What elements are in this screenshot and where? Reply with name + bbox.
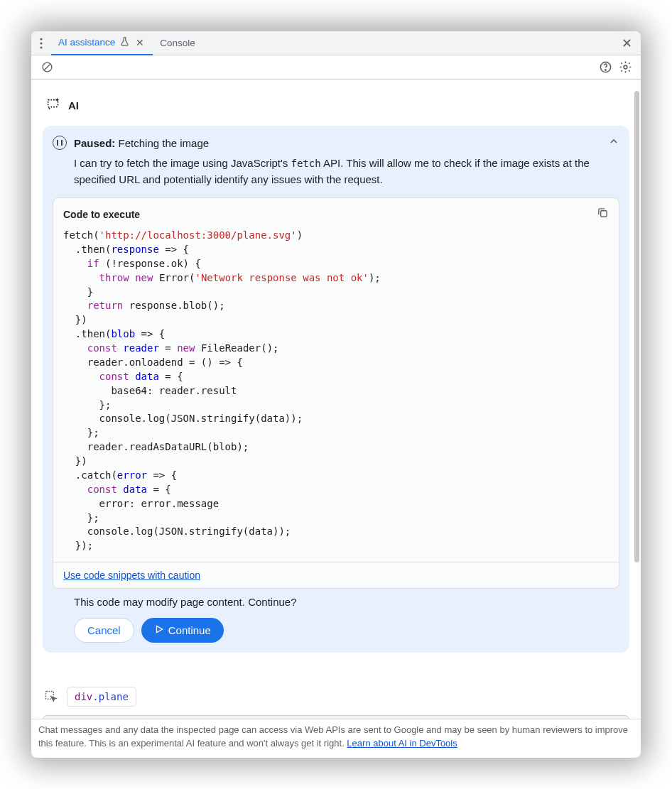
svg-marker-9 <box>156 626 162 632</box>
main-content: AI Paused: Fetching the image I can try … <box>31 80 641 719</box>
tab-ai-assistance[interactable]: AI assistance ✕ <box>51 31 153 55</box>
close-panel-button[interactable]: ✕ <box>617 31 636 55</box>
tab-console[interactable]: Console <box>153 31 202 55</box>
tab-label: AI assistance <box>58 37 115 48</box>
code-card: Code to execute fetch('http://localhost:… <box>53 197 619 589</box>
footer: Chat messages and any data the inspected… <box>31 719 641 758</box>
ai-label: AI <box>68 99 79 111</box>
code-card-title: Code to execute <box>63 209 140 220</box>
flask-icon <box>119 36 130 49</box>
ai-chat-icon <box>45 97 61 114</box>
copy-icon[interactable] <box>597 207 609 222</box>
more-menu-button[interactable] <box>31 31 51 55</box>
svg-line-4 <box>44 64 50 70</box>
svg-point-2 <box>40 46 42 48</box>
svg-point-6 <box>605 70 605 70</box>
svg-point-1 <box>40 42 42 44</box>
paused-title: Paused: Fetching the image <box>74 137 209 149</box>
modify-warning: This code may modify page content. Conti… <box>74 596 619 608</box>
prompt-input[interactable]: Ask a question about the selected elemen… <box>43 715 629 719</box>
gear-icon[interactable] <box>615 58 635 77</box>
tab-label: Console <box>160 38 195 48</box>
caution-link[interactable]: Use code snippets with caution <box>53 562 619 588</box>
button-row: Cancel Continue <box>74 618 619 643</box>
clear-icon[interactable] <box>37 58 57 77</box>
svg-rect-8 <box>601 211 607 217</box>
code-block: fetch('http://localhost:3000/plane.svg')… <box>53 224 619 562</box>
svg-point-0 <box>40 38 42 40</box>
cancel-button[interactable]: Cancel <box>74 618 134 643</box>
paused-body: I can try to fetch the image using JavaS… <box>74 156 619 187</box>
ai-header: AI <box>43 91 629 126</box>
toolbar <box>31 55 641 80</box>
paused-card: Paused: Fetching the image I can try to … <box>43 126 629 653</box>
element-selector-row: div.plane <box>43 687 629 707</box>
help-icon[interactable] <box>595 58 615 77</box>
pause-icon <box>53 136 67 150</box>
element-chip[interactable]: div.plane <box>67 687 136 707</box>
element-picker-icon[interactable] <box>43 688 60 705</box>
svg-point-7 <box>624 65 627 69</box>
devtools-panel: AI assistance ✕ Console ✕ AI <box>31 31 641 758</box>
footer-link[interactable]: Learn about AI in DevTools <box>347 738 457 749</box>
close-icon[interactable]: ✕ <box>134 37 146 48</box>
continue-button[interactable]: Continue <box>141 618 224 643</box>
tab-bar: AI assistance ✕ Console ✕ <box>31 31 641 55</box>
chevron-up-icon[interactable] <box>608 136 619 150</box>
play-icon <box>154 624 164 636</box>
